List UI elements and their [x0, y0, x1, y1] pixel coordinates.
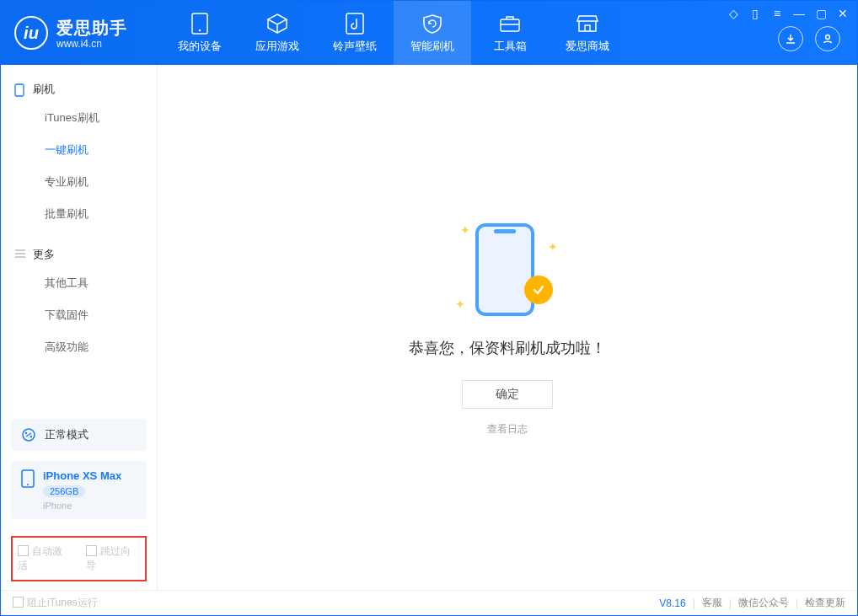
checkbox-auto-activate[interactable]: 自动激活 — [18, 544, 72, 573]
tab-label: 我的设备 — [178, 39, 222, 54]
success-illustration: ✦ ✦ ✦ — [457, 218, 558, 319]
sidebar-group-title: 更多 — [33, 247, 55, 262]
mode-card[interactable]: 正常模式 — [11, 419, 147, 451]
svg-point-4 — [826, 35, 830, 40]
phone-illustration-icon — [475, 223, 534, 316]
brand: iu 爱思助手 www.i4.cn — [1, 1, 161, 65]
sidebar-item-itunes-flash[interactable]: iTunes刷机 — [1, 102, 157, 134]
shield-refresh-icon — [421, 12, 444, 35]
minimize-icon[interactable]: ― — [791, 6, 807, 21]
device-icon — [21, 469, 35, 488]
toolbox-icon — [498, 12, 522, 35]
phone-outline-icon — [14, 83, 26, 95]
svg-rect-2 — [346, 13, 363, 34]
mode-icon — [21, 427, 36, 442]
sidebar-group-title: 刷机 — [33, 82, 55, 97]
header-tabs: 我的设备 应用游戏 铃声壁纸 智能刷机 — [161, 1, 626, 65]
sparkle-icon: ✦ — [460, 223, 470, 237]
tab-label: 工具箱 — [494, 39, 527, 54]
checkbox-icon — [18, 545, 29, 556]
cube-icon — [265, 12, 289, 35]
version-label: V8.16 — [659, 597, 685, 609]
device-type: iPhone — [43, 501, 121, 511]
sidebar-item-batch-flash[interactable]: 批量刷机 — [1, 198, 157, 230]
svg-point-8 — [30, 436, 32, 437]
svg-rect-5 — [15, 84, 24, 96]
store-icon — [576, 12, 599, 35]
tab-label: 智能刷机 — [410, 39, 454, 54]
success-message: 恭喜您，保资料刷机成功啦！ — [409, 338, 606, 358]
close-icon[interactable]: ✕ — [835, 6, 850, 21]
sparkle-icon: ✦ — [548, 240, 558, 254]
sidebar-group-head: 更多 — [1, 242, 157, 267]
titlebar-controls: ◇ ▯ ≡ ― ▢ ✕ — [726, 6, 850, 21]
tab-apps[interactable]: 应用游戏 — [239, 1, 316, 65]
check-badge-icon — [524, 276, 553, 304]
view-log-link[interactable]: 查看日志 — [487, 422, 528, 437]
mode-label: 正常模式 — [45, 427, 88, 442]
tab-flash[interactable]: 智能刷机 — [394, 1, 471, 65]
footer-link-wechat[interactable]: 微信公众号 — [738, 596, 789, 610]
body: 刷机 iTunes刷机 一键刷机 专业刷机 批量刷机 更多 其他工具 下载固件 … — [1, 65, 857, 590]
music-file-icon — [343, 12, 367, 35]
footer-left: 阻止iTunes运行 — [13, 596, 98, 610]
checkbox-skip-guide[interactable]: 跳过向导 — [86, 544, 141, 573]
sidebar-item-advanced[interactable]: 高级功能 — [1, 331, 157, 363]
ok-button[interactable]: 确定 — [462, 380, 553, 409]
checkbox-block-itunes[interactable]: 阻止iTunes运行 — [13, 596, 98, 610]
maximize-icon[interactable]: ▢ — [813, 6, 829, 21]
footer-link-update[interactable]: 检查更新 — [805, 596, 845, 610]
device-meta: iPhone XS Max 256GB iPhone — [43, 469, 121, 511]
sparkle-icon: ✦ — [455, 297, 465, 311]
device-storage-badge: 256GB — [43, 485, 85, 497]
sidebar-item-other-tools[interactable]: 其他工具 — [1, 267, 157, 299]
brand-url: www.i4.cn — [56, 38, 127, 50]
tab-ringtones[interactable]: 铃声壁纸 — [316, 1, 394, 65]
checkbox-icon — [13, 597, 24, 608]
footer-right: V8.16 | 客服 | 微信公众号 | 检查更新 — [659, 596, 845, 610]
sidebar-item-pro-flash[interactable]: 专业刷机 — [1, 166, 157, 198]
brand-text: 爱思助手 www.i4.cn — [56, 17, 127, 50]
brand-logo-icon: iu — [14, 16, 48, 50]
menu-icon[interactable]: ≡ — [770, 6, 785, 21]
sidebar-group-head: 刷机 — [1, 77, 157, 102]
sidebar: 刷机 iTunes刷机 一键刷机 专业刷机 批量刷机 更多 其他工具 下载固件 … — [1, 65, 158, 590]
sidebar-group-flash: 刷机 iTunes刷机 一键刷机 专业刷机 批量刷机 — [1, 65, 157, 230]
footer-link-support[interactable]: 客服 — [702, 596, 722, 610]
sidebar-item-oneclick-flash[interactable]: 一键刷机 — [1, 134, 157, 166]
checkbox-label: 阻止iTunes运行 — [27, 597, 98, 608]
tab-store[interactable]: 爱思商城 — [549, 1, 626, 65]
list-icon — [14, 249, 26, 260]
brand-name: 爱思助手 — [56, 17, 127, 40]
options-highlight-box: 自动激活 跳过向导 — [11, 536, 147, 581]
tab-toolbox[interactable]: 工具箱 — [471, 1, 549, 65]
theme-icon[interactable]: ◇ — [726, 6, 741, 21]
svg-point-7 — [25, 432, 27, 434]
device-icon — [188, 12, 212, 35]
tab-label: 铃声壁纸 — [333, 39, 377, 54]
bookmark-icon[interactable]: ▯ — [748, 6, 763, 21]
svg-point-10 — [27, 484, 29, 485]
download-button[interactable] — [778, 26, 803, 51]
main-content: ✦ ✦ ✦ 恭喜您，保资料刷机成功啦！ 确定 查看日志 — [158, 65, 857, 590]
app-window: ◇ ▯ ≡ ― ▢ ✕ iu 爱思助手 www.i4.cn 我的设备 — [0, 0, 858, 616]
svg-rect-3 — [501, 19, 519, 31]
tab-label: 应用游戏 — [255, 39, 299, 54]
sidebar-group-more: 更多 其他工具 下载固件 高级功能 — [1, 230, 157, 363]
footer: 阻止iTunes运行 V8.16 | 客服 | 微信公众号 | 检查更新 — [1, 590, 857, 615]
checkbox-icon — [86, 545, 97, 556]
device-card[interactable]: iPhone XS Max 256GB iPhone — [11, 461, 147, 519]
svg-point-1 — [199, 29, 201, 31]
sidebar-item-download-fw[interactable]: 下载固件 — [1, 299, 157, 331]
tab-device[interactable]: 我的设备 — [161, 1, 239, 65]
device-name: iPhone XS Max — [43, 469, 121, 482]
tab-label: 爱思商城 — [566, 39, 609, 54]
user-button[interactable] — [815, 26, 840, 51]
